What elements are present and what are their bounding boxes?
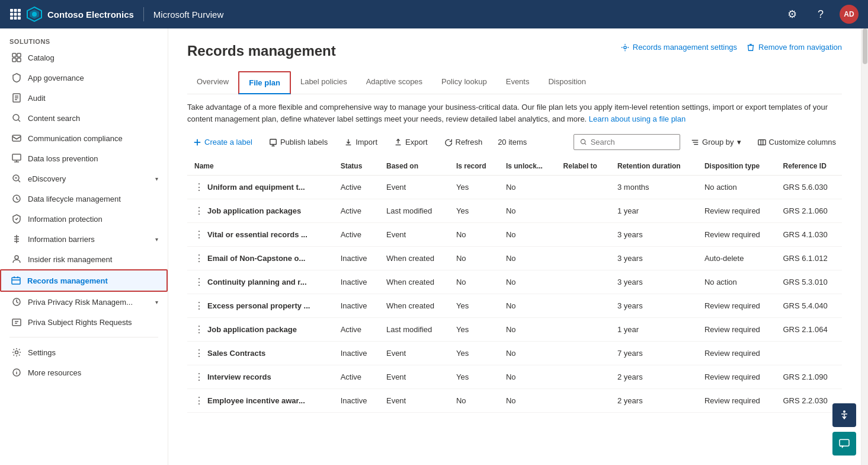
page-header: Records management Records management se…: [187, 43, 842, 62]
col-name[interactable]: Name: [187, 157, 334, 176]
sidebar-item-info-barriers[interactable]: Information barriers ▾: [0, 229, 168, 249]
cell-is-record: No: [449, 247, 499, 270]
row-menu-icon[interactable]: ⋮: [194, 181, 204, 193]
cell-is-unlock: No: [499, 318, 556, 342]
cell-status: Active: [334, 223, 379, 247]
row-menu-icon[interactable]: ⋮: [194, 348, 204, 359]
cell-reference-id: GRS 4.1.030: [776, 223, 842, 247]
row-name-value: Excess personal property ...: [207, 301, 310, 310]
search-input[interactable]: [591, 138, 674, 146]
col-status[interactable]: Status: [334, 157, 379, 176]
purview-logo-icon: [26, 6, 43, 23]
row-name-value: Employee incentive awar...: [207, 396, 305, 405]
cell-relabel-to: [556, 247, 610, 270]
sidebar-item-data-lifecycle[interactable]: Data lifecycle management: [0, 189, 168, 209]
search-box[interactable]: [574, 134, 680, 150]
tab-policy-lookup[interactable]: Policy lookup: [432, 71, 497, 94]
cell-status: Active: [334, 365, 379, 389]
cell-is-unlock: No: [499, 176, 556, 199]
records-table: Name Status Based on Is record Is unlock…: [187, 157, 842, 413]
cell-relabel-to: [556, 365, 610, 389]
sidebar-item-priva-subject[interactable]: Priva Subject Rights Requests: [0, 312, 168, 332]
refresh-button[interactable]: Refresh: [438, 134, 489, 150]
publish-labels-button[interactable]: Publish labels: [263, 134, 334, 150]
scrollbar-thumb[interactable]: [863, 28, 867, 64]
tab-adaptive-scopes[interactable]: Adaptive scopes: [357, 71, 432, 94]
sidebar-item-priva-privacy[interactable]: Priva Privacy Risk Managem... ▾: [0, 292, 168, 312]
remove-nav-button[interactable]: Remove from navigation: [747, 43, 842, 52]
sidebar-item-comm-compliance[interactable]: Communication compliance: [0, 128, 168, 148]
sidebar-item-content-search[interactable]: Content search: [0, 108, 168, 128]
col-reference-id[interactable]: Reference ID: [776, 157, 842, 176]
sidebar-item-ediscovery[interactable]: eDiscovery ▾: [0, 168, 168, 189]
remove-nav-icon: [747, 43, 755, 52]
row-menu-icon[interactable]: ⋮: [194, 276, 204, 288]
tab-events[interactable]: Events: [497, 71, 539, 94]
sidebar-item-info-protection[interactable]: Information protection: [0, 209, 168, 229]
accessibility-icon: [838, 409, 850, 421]
learn-more-link[interactable]: Learn about using a file plan: [589, 114, 686, 123]
cell-retention-duration: 2 years: [610, 365, 697, 389]
row-menu-icon[interactable]: ⋮: [194, 253, 204, 264]
row-menu-icon[interactable]: ⋮: [194, 395, 204, 406]
company-name: Contoso Electronics: [47, 9, 134, 20]
records-settings-button[interactable]: Records management settings: [621, 43, 737, 52]
export-button[interactable]: Export: [388, 134, 434, 150]
page-title: Records management: [187, 43, 336, 59]
avatar[interactable]: AD: [840, 5, 859, 24]
customize-columns-button[interactable]: Customize columns: [752, 134, 842, 150]
export-icon: [394, 138, 402, 146]
col-relabel-to[interactable]: Relabel to: [556, 157, 610, 176]
create-label-button[interactable]: Create a label: [187, 134, 258, 150]
table-row: ⋮ Employee incentive awar... Inactive Ev…: [187, 389, 842, 413]
waffle-icon[interactable]: [9, 8, 21, 20]
ediscovery-icon: [11, 173, 22, 184]
sidebar-item-app-governance[interactable]: App governance: [0, 68, 168, 88]
sidebar-item-insider-risk[interactable]: Insider risk management: [0, 249, 168, 269]
scrollbar[interactable]: [861, 28, 868, 465]
import-button[interactable]: Import: [338, 134, 383, 150]
cell-reference-id: GRS 2.1.090: [776, 365, 842, 389]
content-search-label: Content search: [28, 114, 158, 123]
col-retention-duration[interactable]: Retention duration: [610, 157, 697, 176]
cell-relabel-to: [556, 318, 610, 342]
settings-icon[interactable]: ⚙: [783, 5, 802, 24]
svg-rect-13: [17, 58, 21, 62]
tab-label-policies[interactable]: Label policies: [291, 71, 357, 94]
row-menu-icon[interactable]: ⋮: [194, 371, 204, 383]
svg-line-23: [18, 180, 20, 182]
cell-status: Inactive: [334, 342, 379, 365]
content-search-icon: [11, 113, 22, 123]
priva-subject-icon: [11, 317, 22, 327]
cell-name: ⋮ Uniform and equipment t...: [187, 176, 334, 199]
row-menu-icon[interactable]: ⋮: [194, 300, 204, 311]
fab-accessibility-button[interactable]: [832, 403, 856, 427]
help-icon[interactable]: ?: [811, 5, 830, 24]
svg-rect-30: [12, 278, 20, 284]
sidebar-item-settings[interactable]: Settings: [0, 342, 168, 362]
fab-chat-button[interactable]: [832, 432, 856, 456]
svg-point-43: [581, 139, 585, 144]
sidebar-item-dlp[interactable]: Data loss prevention: [0, 148, 168, 168]
cell-retention-duration: 3 months: [610, 176, 697, 199]
insider-risk-icon: [11, 254, 22, 265]
svg-point-35: [15, 351, 18, 354]
sidebar-item-catalog[interactable]: Catalog: [0, 47, 168, 68]
col-is-record[interactable]: Is record: [449, 157, 499, 176]
sidebar-item-audit[interactable]: Audit: [0, 88, 168, 108]
tab-overview[interactable]: Overview: [187, 71, 238, 94]
col-disposition-type[interactable]: Disposition type: [697, 157, 776, 176]
tab-disposition[interactable]: Disposition: [539, 71, 595, 94]
app-logo[interactable]: Contoso Electronics: [9, 6, 134, 23]
row-menu-icon[interactable]: ⋮: [194, 229, 204, 240]
tab-file-plan[interactable]: File plan: [238, 71, 291, 94]
group-by-button[interactable]: Group by ▾: [685, 134, 747, 150]
col-is-unlock[interactable]: Is unlock...: [499, 157, 556, 176]
row-menu-icon[interactable]: ⋮: [194, 324, 204, 335]
col-based-on[interactable]: Based on: [379, 157, 449, 176]
sidebar-item-more-resources[interactable]: More resources: [0, 362, 168, 383]
row-menu-icon[interactable]: ⋮: [194, 205, 204, 216]
table-row: ⋮ Email of Non-Capstone o... Inactive Wh…: [187, 247, 842, 270]
sidebar-item-records-management[interactable]: Records management: [0, 269, 168, 292]
top-navigation: Contoso Electronics Microsoft Purview ⚙ …: [0, 0, 868, 28]
